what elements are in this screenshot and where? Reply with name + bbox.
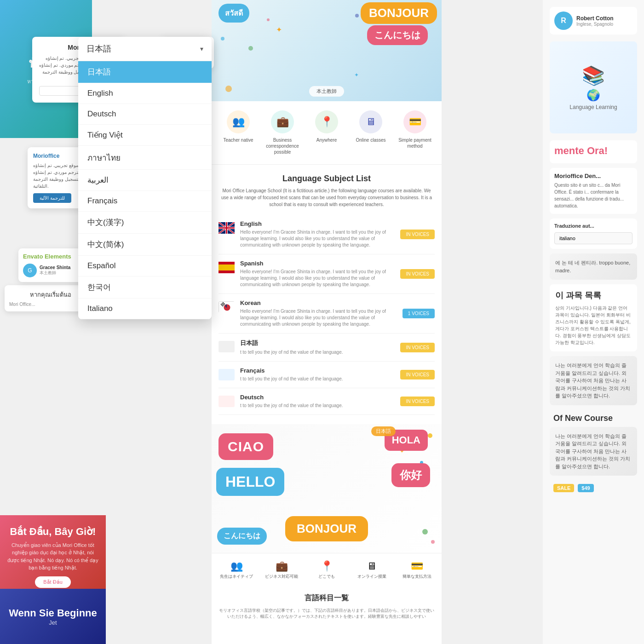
feature-anywhere: 📍 Anywhere [308, 110, 345, 155]
enroll-btn-korean[interactable]: 1 VOICES [402, 309, 435, 318]
avatar-name: Robert Cotton [576, 15, 614, 22]
bottom-section: 言語科目一覧 モリオフィス言語学校（架空の記事です。）では、下記の言語科目があり… [212, 586, 442, 632]
feature-online-label: Online classes [356, 137, 385, 143]
dropdown-item-vietnamese[interactable]: Tiếng Việt [78, 125, 212, 146]
enroll-btn-english[interactable]: IN VOICES [400, 230, 435, 239]
teacher-label: 本土教師 [309, 86, 344, 97]
enroll-btn-extra1[interactable]: IN VOICES [400, 343, 435, 352]
lang-info-spanish: Spanish Hello everyone! I'm Gracee Shint… [240, 260, 400, 288]
bottom-business-label: ビジネス対応可能 [265, 574, 298, 580]
german-panel: Wenn Sie Beginne Jet [0, 589, 106, 644]
feature-online: 🖥 Online classes [352, 110, 389, 155]
mori-btn[interactable]: للترجمة الآلية [33, 193, 71, 203]
bottom-feature-business: 💼 ビジネス対応可能 [263, 560, 300, 580]
section-desc: Mori Office Language School (It is a fic… [218, 187, 435, 208]
enroll-btn-extra2[interactable]: IN VOICES [400, 370, 435, 380]
dropdown-item-arabic[interactable]: العربية [78, 170, 212, 191]
sparkle-icon-2: ✦ [354, 72, 359, 78]
flag-kr [218, 301, 235, 313]
dropdown-item-deutsch[interactable]: Deutsch [78, 104, 212, 125]
bottom-online-icon: 🖥 [367, 560, 377, 572]
bubble-nihao: 你好 [391, 463, 430, 487]
korean-title: 이 과목 목록 [555, 290, 632, 301]
lang-item-english: English Hello everyone! I'm Gracee Shint… [218, 215, 435, 254]
lang-item-korean: Korean Hello everyone! I'm Gracee Shinta… [218, 294, 435, 334]
dot-green [248, 46, 253, 51]
new-course-heading: Of New Course [550, 410, 637, 427]
bubble-bonjour-large: BONJOUR [285, 516, 368, 541]
dropdown-selected: 日本語 [86, 43, 111, 54]
bottom-feature-payment: 💳 簡単な支払方法 [398, 560, 435, 580]
language-dropdown[interactable]: 日本語 ▾ 日本語 English Deutsch Tiếng Việt ภาษ… [78, 37, 212, 319]
right-bottom-text-1: 에 논 테 네 펜티라. troppo buone, madre. [555, 259, 632, 274]
online-icon: 🖥 [359, 110, 382, 133]
lang-item-extra2: Français t to tell you the joy of nd the… [218, 362, 435, 388]
lang-name-english: English [240, 220, 400, 227]
bottom-feature-anywhere: 📍 どこでも [308, 560, 345, 580]
right-bottom-text-2: 나는 여러분에게 언어 학습의 즐거움을 알려드리고 싶습니다. 외국어를 구사… [555, 362, 632, 400]
bubble-dot-3 [422, 529, 428, 535]
enroll-btn-spanish[interactable]: IN VOICES [400, 269, 435, 279]
dot-teal [221, 37, 224, 40]
enroll-btn-extra3[interactable]: IN VOICES [400, 397, 435, 406]
bubbles-section: 日本語 ✦ CIAO HOLA HELLO 你好 BONJOUR こんにちは [212, 424, 442, 553]
avatar-langs: Inglese, Spagnolo [576, 22, 614, 27]
main-panel: ✦ ✦ สวัสดี BONJOUR こんにちは 本土教師 👥 Teacher … [212, 0, 442, 644]
dropdown-item-french[interactable]: Français [78, 191, 212, 212]
lang-item-spanish: Spanish Hello everyone! I'm Gracee Shint… [218, 254, 435, 294]
feature-payment: 💳 Simple payment method [397, 110, 433, 155]
sale-badge: SALE [553, 484, 574, 492]
dropdown-item-thai[interactable]: ภาษาไทย [78, 146, 212, 170]
bottom-teacher-label: 先生はネイティブ [220, 574, 253, 580]
dot-orange [225, 86, 232, 92]
viet-sub: Chuyển giao viên của Mori Office tốt ngh… [7, 541, 99, 572]
dot-pink [267, 18, 270, 21]
translation-title: Traduzione aut... [554, 223, 632, 229]
bubble-dot-4 [431, 540, 435, 544]
bubble-konnichiwa-small: こんにちは [217, 528, 267, 545]
right-text-1: 에 논 테 네 펜티라. troppo buone, madre. [550, 253, 637, 280]
viet-btn[interactable]: Bắt Đầu [35, 576, 71, 588]
lang-info-extra3: Deutsch t to tell you the joy of nd the … [240, 394, 400, 409]
right-text-3: 나는 여러분에게 언어 학습의 즐거움을 알려드리고 싶습니다. 외국어를 구사… [550, 427, 637, 476]
translation-input[interactable] [554, 232, 632, 244]
japan-label: 日本語 [371, 426, 396, 436]
teacher-native-icon: 👥 [227, 110, 250, 133]
bottom-teacher-icon: 👥 [230, 560, 243, 572]
bottom-section-title: 言語科目一覧 [218, 593, 435, 603]
business-icon: 💼 [271, 110, 294, 133]
lang-desc-extra1: t to tell you the joy of nd the value of… [240, 349, 400, 356]
lang-name-korean: Korean [240, 299, 402, 306]
lang-info-english: English Hello everyone! I'm Gracee Shint… [240, 220, 400, 248]
lang-info-korean: Korean Hello everyone! I'm Gracee Shinta… [240, 299, 402, 328]
envato-avatar: G [23, 264, 37, 277]
dropdown-item-spanish[interactable]: Español [78, 256, 212, 276]
lang-item-extra3: Deutsch t to tell you the joy of nd the … [218, 388, 435, 415]
korean-panel: 이 과목 목록 상의 기사입니다.) 다음과 같은 언어 과목이 있습니다. 일… [550, 284, 637, 351]
dropdown-item-italian[interactable]: Italiano [78, 299, 212, 319]
dropdown-item-japanese[interactable]: 日本語 [78, 61, 212, 83]
bottom-feature-online: 🖥 オンライン授業 [353, 560, 390, 580]
italian-heading: mente Ora! [554, 145, 632, 157]
bubble-dot-1 [428, 433, 432, 438]
dropdown-item-chinese-trad[interactable]: 中文(漢字) [78, 212, 212, 234]
right-bottom-text-3: 나는 여러분에게 언어 학습의 즐거움을 알려드리고 싶습니다. 외국어를 구사… [555, 432, 632, 471]
books-icon: 📚 [582, 65, 605, 86]
feature-teacher-native: 👥 Teacher native [220, 110, 257, 155]
dropdown-header[interactable]: 日本語 ▾ [78, 37, 212, 61]
dropdown-item-korean[interactable]: 한국어 [78, 276, 212, 299]
flag-extra3 [218, 396, 235, 407]
chevron-down-icon: ▾ [200, 45, 203, 52]
features-row: 👥 Teacher native 💼 Business corresponden… [212, 101, 442, 165]
bottom-online-label: オンライン授業 [357, 574, 386, 580]
bubble-bonjour: BONJOUR [361, 2, 437, 24]
lang-desc-extra2: t to tell you the joy of nd the value of… [240, 376, 400, 382]
price-area: SALE $49 [550, 480, 637, 496]
bottom-anywhere-icon: 📍 [321, 560, 333, 572]
svg-rect-2 [218, 264, 235, 270]
dropdown-item-english[interactable]: English [78, 83, 212, 104]
feature-payment-label: Simple payment method [397, 137, 433, 149]
dropdown-item-chinese-simp[interactable]: 中文(简体) [78, 234, 212, 256]
translation-box: Traduzione aut... [550, 218, 637, 249]
italian-section: mente Ora! [550, 140, 637, 163]
